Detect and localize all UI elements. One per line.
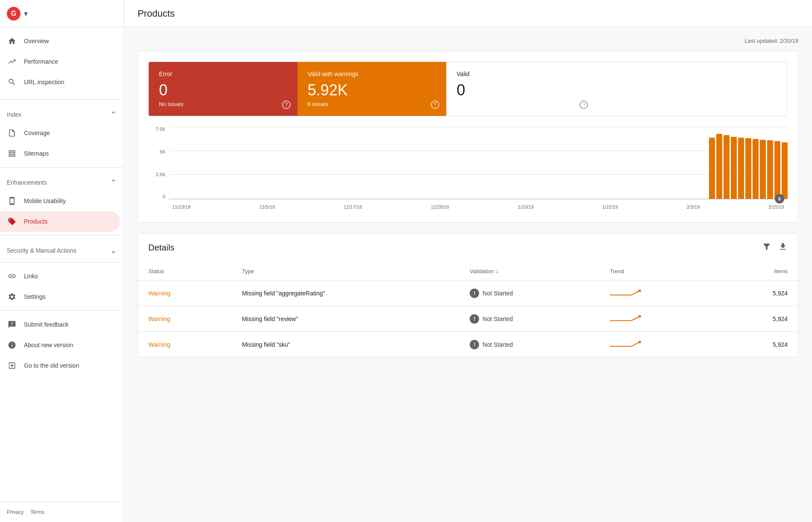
chart-container: Error 0 No issues ? Valid with warnings …: [138, 51, 798, 223]
sidebar-item-label: Sitemaps: [24, 150, 49, 157]
trend-sparkline: [610, 313, 644, 323]
status-card-error: Error 0 No issues ?: [149, 62, 297, 116]
row-status: Warning: [138, 332, 232, 357]
sidebar-item-sitemaps[interactable]: Sitemaps: [0, 143, 120, 164]
validation-cell: ! Not Started: [470, 314, 589, 324]
mobile-icon: [7, 196, 17, 206]
details-table-header: Status Type Validation ↓ Trend Items: [138, 262, 798, 280]
validation-sort-button[interactable]: Validation ↓: [470, 267, 589, 275]
trending-up-icon: [7, 56, 17, 67]
chart-bars-group: [709, 127, 788, 199]
y-tick-0: 0: [163, 194, 165, 199]
chart-bar: [753, 139, 759, 199]
grid-line-2: [169, 150, 788, 151]
warning-help-icon[interactable]: ?: [431, 100, 439, 109]
not-started-icon: !: [470, 340, 479, 349]
sidebar-section-enhancements[interactable]: Enhancements ⌃: [0, 171, 124, 191]
sidebar-item-about-new-version[interactable]: About new version: [0, 335, 120, 355]
col-trend: Trend: [600, 262, 720, 280]
sidebar-item-submit-feedback[interactable]: Submit feedback: [0, 314, 120, 335]
sidebar-divider-2: [0, 167, 124, 168]
search-icon: [7, 77, 17, 87]
row-items: 5,924: [720, 306, 798, 332]
sidebar-collapse-chevron[interactable]: ▾: [24, 9, 28, 18]
row-status: Warning: [138, 306, 232, 332]
svg-line-4: [631, 316, 640, 321]
x-tick-0: 11/23/18: [172, 204, 191, 209]
details-table: Status Type Validation ↓ Trend Items: [138, 262, 798, 357]
feedback-icon: [7, 319, 17, 330]
not-started-icon: !: [470, 289, 479, 298]
index-section-items: Coverage Sitemaps: [0, 123, 124, 164]
row-validation: ! Not Started: [459, 332, 599, 357]
sidebar-top-bar: G ▾: [0, 0, 124, 27]
x-tick-2: 12/17/18: [344, 204, 362, 209]
x-tick-5: 1/22/19: [602, 204, 618, 209]
col-validation: Validation ↓: [459, 262, 599, 280]
svg-line-7: [631, 342, 640, 346]
sidebar-divider-1: [0, 99, 124, 100]
enhancements-section-items: Mobile Usability Products: [0, 191, 124, 232]
sidebar-item-label: Mobile Usability: [24, 198, 66, 204]
warning-label: Valid with warnings: [308, 71, 436, 77]
row-validation: ! Not Started: [459, 280, 599, 306]
col-items: Items: [720, 262, 798, 280]
sidebar-item-go-to-old-version[interactable]: Go to the old version: [0, 355, 120, 376]
error-sub: No issues: [159, 101, 287, 107]
app-logo: G: [7, 7, 21, 21]
svg-point-8: [638, 341, 641, 343]
chart-bar: [724, 135, 730, 199]
error-help-icon[interactable]: ?: [282, 100, 291, 109]
error-label: Error: [159, 71, 287, 77]
sidebar-item-overview[interactable]: Overview: [0, 31, 120, 51]
warning-count: 5.92K: [308, 81, 436, 99]
filter-button[interactable]: [762, 242, 771, 254]
col-status: Status: [138, 262, 232, 280]
sidebar-item-performance[interactable]: Performance: [0, 51, 120, 72]
valid-help-icon[interactable]: ?: [580, 100, 588, 109]
warning-link[interactable]: Warning: [148, 341, 171, 348]
last-updated-text: Last updated: 2/20/19: [138, 38, 798, 44]
row-type: Missing field "review": [232, 306, 459, 332]
terms-link[interactable]: Terms: [30, 509, 44, 515]
warning-link[interactable]: Warning: [148, 290, 171, 297]
sidebar-item-url-inspection[interactable]: URL inspection: [0, 72, 120, 92]
chart-bar: [709, 138, 715, 199]
sidebar-item-mobile-usability[interactable]: Mobile Usability: [0, 191, 120, 211]
chart-bar: [716, 134, 722, 199]
chart-dot-marker: 6: [775, 194, 784, 203]
sidebar-item-products[interactable]: Products: [0, 211, 120, 232]
download-button[interactable]: [778, 242, 788, 254]
details-title: Details: [148, 243, 174, 253]
y-axis: 7.5K 5K 2.5K 0: [148, 127, 169, 212]
svg-point-2: [638, 289, 641, 292]
page-title: Products: [138, 8, 175, 19]
chart-grid-area: 6: [169, 127, 788, 199]
row-type: Missing field "aggregateRating": [232, 280, 459, 306]
sidebar-item-links[interactable]: Links: [0, 266, 120, 286]
main-body: Last updated: 2/20/19 Error 0 No issues …: [124, 27, 812, 368]
sidebar-top-nav: Overview Performance URL inspection: [0, 27, 124, 96]
grid-icon: [7, 148, 17, 159]
details-table-body: Warning Missing field "aggregateRating" …: [138, 280, 798, 357]
row-trend: [600, 280, 720, 306]
tag-icon: [7, 216, 17, 227]
chart-bar: [782, 142, 788, 199]
chart-bar: [774, 141, 780, 199]
privacy-link[interactable]: Privacy: [7, 509, 24, 515]
sidebar-divider-5: [0, 310, 124, 311]
svg-point-5: [638, 315, 641, 318]
document-icon: [7, 128, 17, 138]
chart-bar: [760, 140, 766, 199]
sidebar-item-settings[interactable]: Settings: [0, 286, 120, 307]
warning-link[interactable]: Warning: [148, 316, 171, 322]
status-card-warning: Valid with warnings 5.92K 6 issues ?: [297, 62, 446, 116]
main-content: Products Last updated: 2/20/19 Error 0 N…: [124, 0, 812, 522]
sidebar-item-coverage[interactable]: Coverage: [0, 123, 120, 143]
x-tick-3: 12/29/18: [431, 204, 449, 209]
status-cards-spacer: [595, 62, 787, 116]
sidebar-section-security[interactable]: Security & Manual Actions ⌄: [0, 239, 124, 259]
y-tick-5k: 5K: [160, 149, 165, 154]
sidebar-bottom-nav: Links Settings: [0, 266, 124, 307]
sidebar-section-index[interactable]: Index ⌃: [0, 103, 124, 123]
